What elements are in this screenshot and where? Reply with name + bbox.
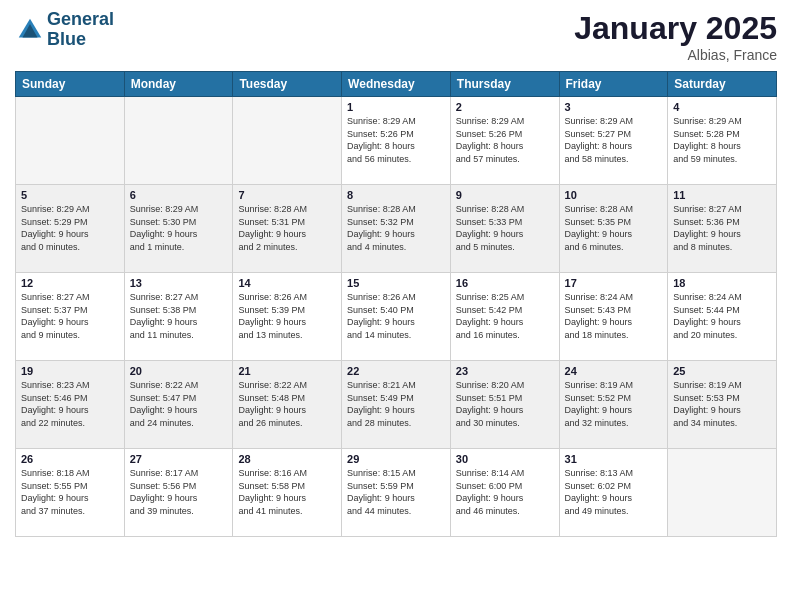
- calendar-cell: [124, 97, 233, 185]
- day-number: 4: [673, 101, 771, 113]
- day-number: 17: [565, 277, 663, 289]
- cell-text: Sunrise: 8:28 AM Sunset: 5:33 PM Dayligh…: [456, 203, 554, 253]
- calendar-week-row: 26Sunrise: 8:18 AM Sunset: 5:55 PM Dayli…: [16, 449, 777, 537]
- calendar-cell: 12Sunrise: 8:27 AM Sunset: 5:37 PM Dayli…: [16, 273, 125, 361]
- calendar-cell: [233, 97, 342, 185]
- calendar-cell: 19Sunrise: 8:23 AM Sunset: 5:46 PM Dayli…: [16, 361, 125, 449]
- calendar-cell: 2Sunrise: 8:29 AM Sunset: 5:26 PM Daylig…: [450, 97, 559, 185]
- calendar-cell: 17Sunrise: 8:24 AM Sunset: 5:43 PM Dayli…: [559, 273, 668, 361]
- day-number: 13: [130, 277, 228, 289]
- calendar-cell: 18Sunrise: 8:24 AM Sunset: 5:44 PM Dayli…: [668, 273, 777, 361]
- cell-text: Sunrise: 8:29 AM Sunset: 5:26 PM Dayligh…: [347, 115, 445, 165]
- calendar-cell: 11Sunrise: 8:27 AM Sunset: 5:36 PM Dayli…: [668, 185, 777, 273]
- calendar-cell: 5Sunrise: 8:29 AM Sunset: 5:29 PM Daylig…: [16, 185, 125, 273]
- calendar-week-row: 19Sunrise: 8:23 AM Sunset: 5:46 PM Dayli…: [16, 361, 777, 449]
- cell-text: Sunrise: 8:29 AM Sunset: 5:27 PM Dayligh…: [565, 115, 663, 165]
- calendar-cell: 23Sunrise: 8:20 AM Sunset: 5:51 PM Dayli…: [450, 361, 559, 449]
- day-number: 22: [347, 365, 445, 377]
- day-number: 7: [238, 189, 336, 201]
- calendar-table: SundayMondayTuesdayWednesdayThursdayFrid…: [15, 71, 777, 537]
- cell-text: Sunrise: 8:16 AM Sunset: 5:58 PM Dayligh…: [238, 467, 336, 517]
- calendar-header-row: SundayMondayTuesdayWednesdayThursdayFrid…: [16, 72, 777, 97]
- calendar-cell: 8Sunrise: 8:28 AM Sunset: 5:32 PM Daylig…: [342, 185, 451, 273]
- day-number: 3: [565, 101, 663, 113]
- calendar-cell: 21Sunrise: 8:22 AM Sunset: 5:48 PM Dayli…: [233, 361, 342, 449]
- cell-text: Sunrise: 8:28 AM Sunset: 5:32 PM Dayligh…: [347, 203, 445, 253]
- weekday-header: Friday: [559, 72, 668, 97]
- cell-text: Sunrise: 8:26 AM Sunset: 5:40 PM Dayligh…: [347, 291, 445, 341]
- logo-line1: General: [47, 10, 114, 30]
- page: General Blue January 2025 Albias, France…: [0, 0, 792, 612]
- calendar-cell: 7Sunrise: 8:28 AM Sunset: 5:31 PM Daylig…: [233, 185, 342, 273]
- cell-text: Sunrise: 8:13 AM Sunset: 6:02 PM Dayligh…: [565, 467, 663, 517]
- calendar-cell: 1Sunrise: 8:29 AM Sunset: 5:26 PM Daylig…: [342, 97, 451, 185]
- calendar-cell: 26Sunrise: 8:18 AM Sunset: 5:55 PM Dayli…: [16, 449, 125, 537]
- calendar-cell: 4Sunrise: 8:29 AM Sunset: 5:28 PM Daylig…: [668, 97, 777, 185]
- weekday-header: Saturday: [668, 72, 777, 97]
- month-title: January 2025: [574, 10, 777, 47]
- calendar-cell: 14Sunrise: 8:26 AM Sunset: 5:39 PM Dayli…: [233, 273, 342, 361]
- day-number: 19: [21, 365, 119, 377]
- cell-text: Sunrise: 8:26 AM Sunset: 5:39 PM Dayligh…: [238, 291, 336, 341]
- day-number: 14: [238, 277, 336, 289]
- calendar-cell: 22Sunrise: 8:21 AM Sunset: 5:49 PM Dayli…: [342, 361, 451, 449]
- cell-text: Sunrise: 8:27 AM Sunset: 5:38 PM Dayligh…: [130, 291, 228, 341]
- cell-text: Sunrise: 8:27 AM Sunset: 5:36 PM Dayligh…: [673, 203, 771, 253]
- cell-text: Sunrise: 8:17 AM Sunset: 5:56 PM Dayligh…: [130, 467, 228, 517]
- weekday-header: Wednesday: [342, 72, 451, 97]
- day-number: 20: [130, 365, 228, 377]
- cell-text: Sunrise: 8:14 AM Sunset: 6:00 PM Dayligh…: [456, 467, 554, 517]
- calendar-cell: 30Sunrise: 8:14 AM Sunset: 6:00 PM Dayli…: [450, 449, 559, 537]
- location-subtitle: Albias, France: [574, 47, 777, 63]
- cell-text: Sunrise: 8:22 AM Sunset: 5:47 PM Dayligh…: [130, 379, 228, 429]
- day-number: 26: [21, 453, 119, 465]
- cell-text: Sunrise: 8:29 AM Sunset: 5:26 PM Dayligh…: [456, 115, 554, 165]
- cell-text: Sunrise: 8:28 AM Sunset: 5:31 PM Dayligh…: [238, 203, 336, 253]
- calendar-cell: 6Sunrise: 8:29 AM Sunset: 5:30 PM Daylig…: [124, 185, 233, 273]
- day-number: 29: [347, 453, 445, 465]
- calendar-cell: 10Sunrise: 8:28 AM Sunset: 5:35 PM Dayli…: [559, 185, 668, 273]
- day-number: 21: [238, 365, 336, 377]
- day-number: 8: [347, 189, 445, 201]
- cell-text: Sunrise: 8:15 AM Sunset: 5:59 PM Dayligh…: [347, 467, 445, 517]
- day-number: 5: [21, 189, 119, 201]
- day-number: 10: [565, 189, 663, 201]
- day-number: 9: [456, 189, 554, 201]
- cell-text: Sunrise: 8:29 AM Sunset: 5:29 PM Dayligh…: [21, 203, 119, 253]
- cell-text: Sunrise: 8:29 AM Sunset: 5:28 PM Dayligh…: [673, 115, 771, 165]
- weekday-header: Monday: [124, 72, 233, 97]
- day-number: 28: [238, 453, 336, 465]
- weekday-header: Thursday: [450, 72, 559, 97]
- cell-text: Sunrise: 8:19 AM Sunset: 5:53 PM Dayligh…: [673, 379, 771, 429]
- header: General Blue January 2025 Albias, France: [15, 10, 777, 63]
- weekday-header: Tuesday: [233, 72, 342, 97]
- cell-text: Sunrise: 8:18 AM Sunset: 5:55 PM Dayligh…: [21, 467, 119, 517]
- cell-text: Sunrise: 8:29 AM Sunset: 5:30 PM Dayligh…: [130, 203, 228, 253]
- cell-text: Sunrise: 8:25 AM Sunset: 5:42 PM Dayligh…: [456, 291, 554, 341]
- cell-text: Sunrise: 8:21 AM Sunset: 5:49 PM Dayligh…: [347, 379, 445, 429]
- day-number: 27: [130, 453, 228, 465]
- calendar-cell: 27Sunrise: 8:17 AM Sunset: 5:56 PM Dayli…: [124, 449, 233, 537]
- title-section: January 2025 Albias, France: [574, 10, 777, 63]
- calendar-cell: 25Sunrise: 8:19 AM Sunset: 5:53 PM Dayli…: [668, 361, 777, 449]
- day-number: 11: [673, 189, 771, 201]
- day-number: 23: [456, 365, 554, 377]
- cell-text: Sunrise: 8:22 AM Sunset: 5:48 PM Dayligh…: [238, 379, 336, 429]
- day-number: 6: [130, 189, 228, 201]
- calendar-cell: 3Sunrise: 8:29 AM Sunset: 5:27 PM Daylig…: [559, 97, 668, 185]
- calendar-week-row: 12Sunrise: 8:27 AM Sunset: 5:37 PM Dayli…: [16, 273, 777, 361]
- cell-text: Sunrise: 8:24 AM Sunset: 5:43 PM Dayligh…: [565, 291, 663, 341]
- cell-text: Sunrise: 8:28 AM Sunset: 5:35 PM Dayligh…: [565, 203, 663, 253]
- day-number: 24: [565, 365, 663, 377]
- calendar-cell: 24Sunrise: 8:19 AM Sunset: 5:52 PM Dayli…: [559, 361, 668, 449]
- cell-text: Sunrise: 8:19 AM Sunset: 5:52 PM Dayligh…: [565, 379, 663, 429]
- cell-text: Sunrise: 8:23 AM Sunset: 5:46 PM Dayligh…: [21, 379, 119, 429]
- day-number: 15: [347, 277, 445, 289]
- day-number: 18: [673, 277, 771, 289]
- day-number: 12: [21, 277, 119, 289]
- calendar-cell: 13Sunrise: 8:27 AM Sunset: 5:38 PM Dayli…: [124, 273, 233, 361]
- day-number: 2: [456, 101, 554, 113]
- calendar-cell: 20Sunrise: 8:22 AM Sunset: 5:47 PM Dayli…: [124, 361, 233, 449]
- logo-line2: Blue: [47, 30, 114, 50]
- calendar-cell: 31Sunrise: 8:13 AM Sunset: 6:02 PM Dayli…: [559, 449, 668, 537]
